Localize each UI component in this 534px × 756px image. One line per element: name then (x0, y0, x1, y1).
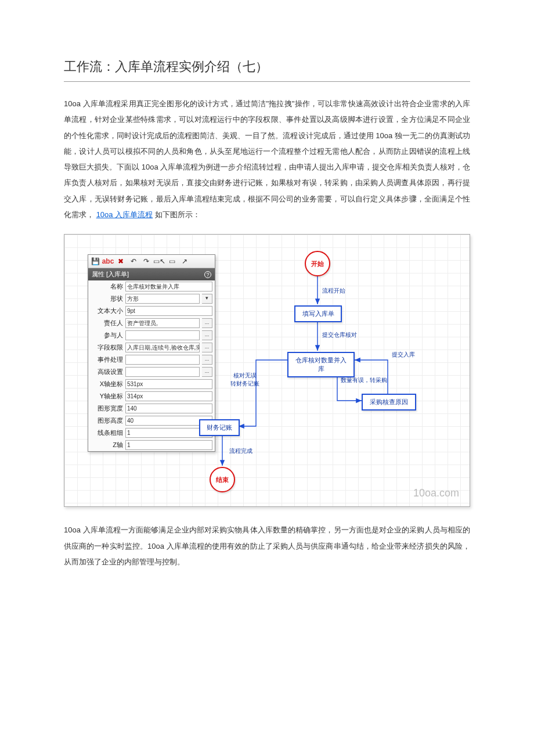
delete-icon[interactable]: ✖ (116, 257, 125, 266)
account-node[interactable]: 财务记账 (199, 419, 240, 436)
undo-icon[interactable]: ↶ (129, 257, 138, 266)
prop-fontsize: 文本大小 9pt (88, 305, 215, 317)
participant-input[interactable] (125, 330, 200, 340)
participant-browse-icon[interactable]: ... (202, 330, 212, 340)
name-input[interactable]: 仓库核对数量并入库 (125, 282, 212, 291)
label-ok: 核对无误 转财务记账 (230, 372, 259, 388)
product-link[interactable]: 10oa 入库单流程 (96, 210, 153, 219)
para1-text-a: 10oa 入库单流程采用真正完全图形化的设计方式，通过简洁"拖拉拽"操作，可以非… (64, 99, 470, 219)
rect-tool-icon[interactable]: ▭ (167, 257, 176, 266)
prop-h: 图形高度 40 (88, 415, 215, 427)
para1-text-b: 如下图所示： (155, 210, 200, 219)
prop-advanced: 高级设置 ... (88, 366, 215, 378)
prop-line: 线条粗细 1 (88, 427, 215, 439)
prop-event: 事件处理 ... (88, 354, 215, 366)
panel-toolbar: 💾 abc ✖ ↶ ↷ ▭↖ ▭ ↗ (88, 255, 215, 268)
fill-node[interactable]: 填写入库单 (294, 305, 342, 322)
prop-z: Z轴 1 (88, 439, 215, 451)
y-input[interactable]: 314px (125, 391, 212, 401)
label-resubmit: 提交入库 (392, 351, 415, 359)
closing-paragraph: 10oa 入库单流程一方面能够满足企业内部对采购实物具体入库数量的精确掌控，另一… (64, 522, 470, 570)
event-browse-icon[interactable]: ... (202, 355, 212, 365)
save-icon[interactable]: 💾 (91, 257, 100, 266)
prop-x: X轴坐标 531px (88, 378, 215, 390)
shape-dropdown-icon[interactable]: ▾ (202, 294, 212, 304)
end-node[interactable]: 结束 (210, 467, 235, 492)
label-error: 数量有误，转采购 (341, 376, 387, 384)
spell-icon[interactable]: abc (103, 257, 113, 266)
line-tool-icon[interactable]: ↗ (180, 257, 189, 266)
prop-name: 名称 仓库核对数量并入库 (88, 280, 215, 293)
panel-title-bar: 属性 [入库单] ? (88, 268, 215, 280)
check-node[interactable]: 仓库核对数量并入库 (287, 352, 355, 377)
responsible-browse-icon[interactable]: ... (202, 318, 212, 328)
responsible-input[interactable]: 资产管理员, (125, 318, 200, 328)
prop-y: Y轴坐标 314px (88, 390, 215, 402)
event-input[interactable] (125, 355, 200, 365)
prop-field-perm: 字段权限 入库日期,连续号,验收仓库,实收到 ... (88, 341, 215, 354)
pointer-icon[interactable]: ▭↖ (154, 257, 164, 266)
fieldperm-browse-icon[interactable]: ... (202, 343, 212, 352)
fieldperm-input[interactable]: 入库日期,连续号,验收仓库,实收到 (125, 343, 200, 352)
page-title: 工作流：入库单流程实例介绍（七） (64, 58, 470, 82)
label-done: 流程完成 (229, 447, 252, 455)
panel-help-icon[interactable]: ? (204, 271, 211, 278)
prop-w: 图形宽度 140 (88, 402, 215, 415)
width-input[interactable]: 140 (125, 404, 212, 413)
intro-paragraph: 10oa 入库单流程采用真正完全图形化的设计方式，通过简洁"拖拉拽"操作，可以非… (64, 96, 470, 222)
properties-panel: 💾 abc ✖ ↶ ↷ ▭↖ ▭ ↗ 属性 [入库单] ? 名称 仓库核对数量并… (88, 254, 215, 452)
start-node[interactable]: 开始 (305, 251, 330, 276)
workflow-diagram: 💾 abc ✖ ↶ ↷ ▭↖ ▭ ↗ 属性 [入库单] ? 名称 仓库核对数量并… (64, 234, 470, 507)
prop-responsible: 责任人 资产管理员, ... (88, 317, 215, 329)
z-input[interactable]: 1 (125, 440, 212, 450)
prop-shape: 形状 方形 ▾ (88, 293, 215, 305)
x-input[interactable]: 531px (125, 379, 212, 389)
redo-icon[interactable]: ↷ (142, 257, 151, 266)
advanced-browse-icon[interactable]: ... (202, 367, 212, 377)
panel-title-text: 属性 [入库单] (92, 270, 129, 279)
shape-select[interactable]: 方形 (125, 294, 200, 304)
reason-node[interactable]: 采购核查原因 (362, 394, 416, 411)
label-flow-start: 流程开始 (322, 287, 345, 295)
advanced-input[interactable] (125, 367, 200, 377)
watermark-text: 10oa.com (413, 487, 459, 499)
label-submit-check: 提交仓库核对 (322, 331, 357, 339)
prop-participant: 参与人 ... (88, 329, 215, 341)
fontsize-input[interactable]: 9pt (125, 306, 212, 316)
